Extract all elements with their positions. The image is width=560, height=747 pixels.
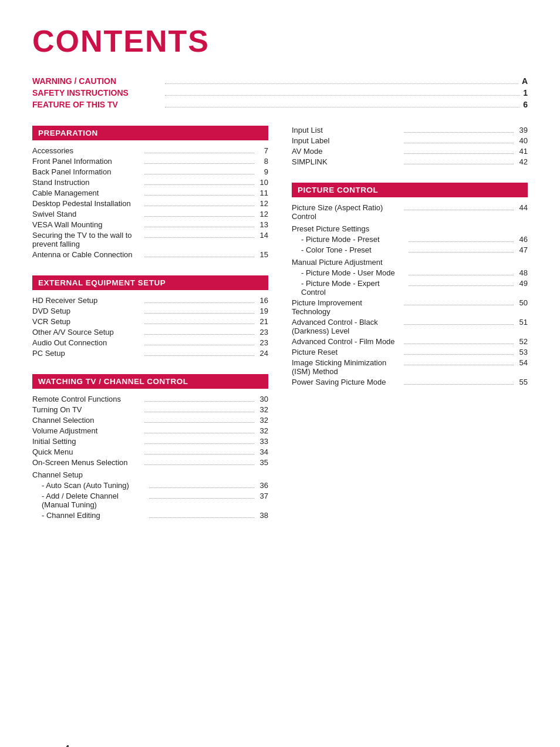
toc-label: - Color Tone - Preset — [301, 245, 406, 254]
toc-page: 46 — [516, 235, 528, 244]
toc-label: Picture Size (Aspect Ratio) Control — [292, 203, 402, 221]
toc-page: 16 — [257, 296, 268, 305]
list-item: HD Receiver Setup 16 — [32, 296, 268, 305]
toc-label: HD Receiver Setup — [32, 296, 142, 305]
toc-page: 47 — [516, 245, 528, 254]
toc-label: Audio Out Connection — [32, 338, 142, 347]
list-item: Turning On TV 32 — [32, 405, 268, 414]
toc-label: SIMPLINK — [292, 157, 402, 166]
toc-label: - Picture Mode - Preset — [301, 235, 406, 244]
toc-label: Turning On TV — [32, 405, 142, 414]
list-item: VESA Wall Mounting 13 — [32, 220, 268, 229]
toc-label: AV Mode — [292, 147, 402, 156]
toc-label: Channel Selection — [32, 416, 142, 425]
toc-page: 32 — [257, 405, 268, 414]
picture-header: PICTURE CONTROL — [292, 183, 528, 197]
toc-label: Volume Adjustment — [32, 426, 142, 435]
list-item: DVD Setup 19 — [32, 307, 268, 315]
toc-page: 33 — [257, 437, 268, 446]
intro-row-feature: FEATURE OF THIS TV 6 — [32, 100, 528, 109]
toc-page: 52 — [516, 337, 528, 346]
list-item: Image Sticking Minimization (ISM) Method… — [292, 358, 528, 376]
list-item: VCR Setup 21 — [32, 317, 268, 326]
intro-row-safety: SAFETY INSTRUCTIONS 1 — [32, 88, 528, 97]
intro-dots — [165, 107, 519, 107]
toc-page: 54 — [516, 358, 528, 367]
list-item: Picture Size (Aspect Ratio) Control 44 — [292, 203, 528, 221]
toc-page: 34 — [257, 447, 268, 456]
toc-page: 24 — [257, 349, 268, 358]
list-item: - Add / Delete Channel (Manual Tuning) 3… — [32, 492, 268, 509]
toc-page: 32 — [257, 426, 268, 435]
toc-page: 48 — [516, 268, 528, 277]
toc-page: 51 — [516, 318, 528, 327]
toc-label: - Picture Mode - User Mode — [301, 268, 406, 277]
toc-page: 15 — [257, 250, 268, 259]
toc-label: Remote Control Functions — [32, 395, 142, 403]
list-item: Manual Picture Adjustment — [292, 258, 528, 267]
toc-page: 32 — [257, 416, 268, 425]
toc-page: 12 — [257, 210, 268, 218]
toc-page: 49 — [516, 279, 528, 288]
toc-label: Preset Picture Settings — [292, 224, 528, 233]
feature-page: 6 — [523, 100, 528, 109]
picture-items: Picture Size (Aspect Ratio) Control 44 P… — [292, 203, 528, 386]
toc-page: 12 — [257, 199, 268, 208]
preparation-items: Accessories 7 Front Panel Information 8 … — [32, 146, 268, 259]
toc-page: 11 — [257, 189, 268, 197]
list-item: AV Mode 41 — [292, 147, 528, 156]
list-item: Advanced Control - Film Mode 52 — [292, 337, 528, 346]
toc-page: 21 — [257, 317, 268, 326]
toc-page: 55 — [516, 378, 528, 386]
list-item: Remote Control Functions 30 — [32, 395, 268, 403]
toc-label: Picture Reset — [292, 348, 402, 356]
toc-page: 37 — [257, 492, 268, 500]
toc-page: 36 — [257, 481, 268, 490]
toc-page: 44 — [516, 203, 528, 212]
toc-label: DVD Setup — [32, 307, 142, 315]
toc-page: 7 — [257, 146, 268, 155]
toc-label: VCR Setup — [32, 317, 142, 326]
toc-page: 14 — [257, 231, 268, 240]
list-item: Swivel Stand 12 — [32, 210, 268, 218]
toc-label: Power Saving Picture Mode — [292, 378, 402, 386]
right-column: Input List 39 Input Label 40 AV Mode 41 … — [292, 126, 528, 536]
list-item: PC Setup 24 — [32, 349, 268, 358]
warning-page: A — [522, 76, 528, 86]
toc-label: Advanced Control - Black (Darkness) Leve… — [292, 318, 402, 335]
list-item: On-Screen Menus Selection 35 — [32, 458, 268, 467]
list-item: Input List 39 — [292, 126, 528, 134]
toc-label: Advanced Control - Film Mode — [292, 337, 402, 346]
picture-section: PICTURE CONTROL Picture Size (Aspect Rat… — [292, 183, 528, 386]
list-item: - Channel Editing 38 — [32, 511, 268, 520]
toc-page: 41 — [516, 147, 528, 156]
list-item: Channel Selection 32 — [32, 416, 268, 425]
main-columns: PREPARATION Accessories 7 Front Panel In… — [32, 126, 528, 536]
list-item: Picture Improvement Technology 50 — [292, 298, 528, 316]
left-column: PREPARATION Accessories 7 Front Panel In… — [32, 126, 268, 536]
toc-label: Desktop Pedestal Installation — [32, 199, 142, 208]
list-item: Cable Management 11 — [32, 189, 268, 197]
toc-label: Channel Setup — [32, 470, 268, 479]
list-item: Power Saving Picture Mode 55 — [292, 378, 528, 386]
list-item: Securing the TV to the wall to prevent f… — [32, 231, 268, 248]
list-item: Stand Instruction 10 — [32, 178, 268, 187]
list-item: Audio Out Connection 23 — [32, 338, 268, 347]
toc-label: - Channel Editing — [42, 511, 147, 520]
list-item: Desktop Pedestal Installation 12 — [32, 199, 268, 208]
list-item: Initial Setting 33 — [32, 437, 268, 446]
watching-items: Remote Control Functions 30 Turning On T… — [32, 395, 268, 520]
intro-dots — [165, 83, 518, 84]
right-top-items: Input List 39 Input Label 40 AV Mode 41 … — [292, 126, 528, 166]
toc-label: Antenna or Cable Connection — [32, 250, 142, 259]
intro-dots — [165, 95, 519, 96]
safety-page: 1 — [523, 88, 528, 97]
list-item: - Picture Mode - Preset 46 — [292, 235, 528, 244]
toc-label: Stand Instruction — [32, 178, 142, 187]
page-number: 4 — [65, 743, 69, 747]
toc-page: 9 — [257, 167, 268, 176]
toc-page: 23 — [257, 338, 268, 347]
toc-label: Other A/V Source Setup — [32, 328, 142, 337]
toc-page: 19 — [257, 307, 268, 315]
toc-label: Picture Improvement Technology — [292, 298, 402, 316]
